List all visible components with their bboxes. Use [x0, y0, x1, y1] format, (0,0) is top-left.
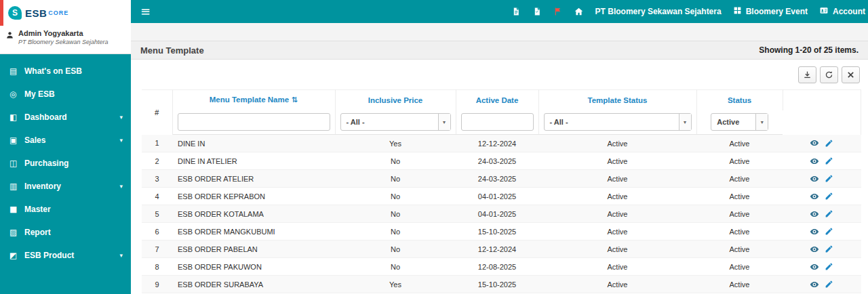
template-status-filter-select[interactable]: - All - ▾ — [544, 113, 692, 131]
navbar-account[interactable]: Account — [819, 6, 865, 17]
cell-active-date: 04-01-2025 — [456, 188, 538, 205]
table-row: 7ESB ORDER PABELANNo12-12-2024ActiveActi… — [142, 240, 861, 258]
esb-product-icon: ◩ — [9, 251, 24, 260]
sidebar-item-report[interactable]: ▨Report — [0, 221, 131, 244]
user-text: Admin Yogyakarta PT Bloomery Sekawan Sej… — [18, 29, 108, 45]
sidebar-item-dashboard[interactable]: ◧Dashboard▾ — [0, 106, 131, 129]
table-row: 2DINE IN ATELIERNo24-03-2025ActiveActive — [142, 152, 861, 170]
export-button[interactable] — [798, 66, 816, 83]
edit-button[interactable] — [825, 209, 833, 218]
chevron-down-icon: ▾ — [119, 252, 123, 259]
header-menu-template-name[interactable]: Menu Template Name⇅ — [172, 90, 335, 110]
view-button[interactable] — [810, 262, 819, 272]
sidebar-item-sales[interactable]: ▣Sales▾ — [0, 129, 131, 152]
header-template-status: Template Status — [538, 90, 696, 110]
sidebar-item-label: What's on ESB — [24, 66, 123, 76]
content-gap — [131, 23, 868, 41]
home-icon[interactable] — [574, 7, 584, 16]
master-icon: ■ — [9, 205, 24, 214]
edit-button[interactable] — [825, 262, 833, 271]
name-filter-input[interactable] — [178, 113, 330, 131]
filter-cell-date — [456, 110, 538, 135]
inclusive-price-filter-select[interactable]: - All - ▾ — [340, 113, 451, 131]
navbar-event[interactable]: Bloomery Event — [733, 6, 808, 17]
sidebar-item-label: Sales — [24, 135, 119, 145]
logo-bar: S ESB CORE — [0, 0, 131, 26]
navbar-company[interactable]: PT Bloomery Sekawan Sejahtera — [595, 7, 722, 16]
chevron-down-icon: ▾ — [755, 114, 768, 130]
cell-template-status: Active — [538, 205, 696, 223]
cell-inclusive-price: No — [335, 205, 456, 223]
cell-active-date: 15-10-2025 — [456, 223, 538, 240]
view-button[interactable] — [810, 192, 819, 201]
status-filter-select[interactable]: Active ▾ — [711, 113, 768, 131]
edit-button[interactable] — [825, 245, 833, 253]
cell-menu-template-name: ESB ORDER PABELAN — [172, 240, 335, 258]
inclusive-price-filter-value: - All - — [341, 118, 438, 126]
cell-actions — [783, 170, 861, 188]
view-button[interactable] — [810, 280, 819, 289]
page-title: Menu Template — [140, 45, 204, 56]
content-panel: # Menu Template Name⇅ Inclusive Price Ac… — [131, 60, 868, 294]
hamburger-menu-icon[interactable]: ≡ — [140, 5, 151, 18]
cell-actions — [783, 240, 861, 258]
edit-button[interactable] — [825, 156, 833, 165]
active-date-filter-input[interactable] — [461, 113, 534, 131]
cell-active-date: 12-12-2024 — [456, 240, 538, 258]
cell-menu-template-name: ESB ORDER MANGKUBUMI — [172, 223, 335, 240]
cell-active-date: 04-01-2025 — [456, 205, 538, 223]
cell-status: Active — [696, 258, 783, 276]
view-button[interactable] — [810, 174, 819, 184]
cell-status: Active — [696, 240, 783, 258]
table-row: 5ESB ORDER KOTALAMANo04-01-2025ActiveAct… — [142, 205, 861, 223]
cell-no: 1 — [142, 135, 172, 152]
sidebar-item-master[interactable]: ■Master — [0, 198, 131, 221]
sidebar-item-whats-on-esb[interactable]: ▤What's on ESB — [0, 60, 131, 83]
table-body: 1DINE INYes12-12-2024ActiveActive2DINE I… — [142, 135, 861, 293]
view-button[interactable] — [810, 138, 819, 148]
sidebar-item-inventory[interactable]: ▥Inventory▾ — [0, 175, 131, 198]
sidebar-item-my-esb[interactable]: ◎My ESB — [0, 83, 131, 106]
cell-inclusive-price: No — [335, 188, 456, 205]
header-name-label: Menu Template Name — [210, 96, 289, 104]
edit-button[interactable] — [825, 139, 833, 148]
cell-active-date: 15-10-2025 — [456, 276, 538, 293]
template-status-filter-value: - All - — [545, 118, 679, 126]
main-area: ≡ PT Bloomery Sekawan Sejahtera Bloomery… — [131, 0, 868, 294]
cell-active-date: 24-03-2025 — [456, 152, 538, 170]
table-filter-row: - All - ▾ - All - ▾ — [142, 110, 861, 135]
view-button[interactable] — [810, 245, 819, 254]
view-button[interactable] — [810, 227, 819, 236]
sort-icon[interactable]: ⇅ — [292, 96, 298, 104]
cell-status: Active — [696, 135, 783, 152]
filter-cell-status: Active ▾ — [696, 110, 783, 135]
edit-button[interactable] — [825, 174, 833, 183]
esb-logo-icon: S — [8, 6, 22, 20]
cell-inclusive-price: Yes — [335, 276, 456, 293]
view-button[interactable] — [810, 209, 819, 219]
clear-filter-button[interactable] — [842, 66, 860, 83]
edit-button[interactable] — [825, 280, 833, 289]
view-button[interactable] — [810, 156, 819, 166]
cell-no: 4 — [142, 188, 172, 205]
whats-on-esb-icon: ▤ — [9, 66, 24, 76]
notification-flag-icon[interactable] — [553, 7, 562, 16]
cell-actions — [783, 258, 861, 276]
status-filter-value: Active — [711, 118, 755, 126]
edit-button[interactable] — [825, 192, 833, 201]
cell-menu-template-name: ESB ORDER SURABAYA — [172, 276, 335, 293]
header-active-date: Active Date — [456, 90, 538, 110]
sidebar-item-label: Master — [24, 205, 123, 214]
edit-button[interactable] — [825, 227, 833, 236]
header-status: Status — [696, 90, 783, 110]
file-text-icon[interactable] — [511, 7, 521, 16]
cell-no: 2 — [142, 152, 172, 170]
cell-status: Active — [696, 276, 783, 293]
file-invoice-icon[interactable] — [532, 7, 542, 16]
sidebar-item-purchasing[interactable]: ◫Purchasing — [0, 152, 131, 175]
purchasing-icon: ◫ — [9, 159, 24, 168]
sidebar-item-esb-product[interactable]: ◩ESB Product▾ — [0, 244, 131, 267]
navbar-right-group: PT Bloomery Sekawan Sejahtera Bloomery E… — [511, 6, 868, 17]
cell-no: 9 — [142, 276, 172, 293]
refresh-button[interactable] — [820, 66, 838, 83]
